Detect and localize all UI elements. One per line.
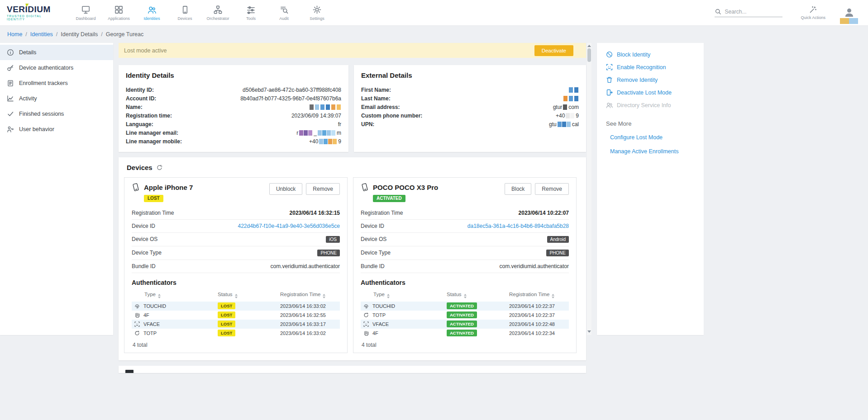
nav-item-tools[interactable]: Tools bbox=[234, 0, 267, 25]
field-first-name: First Name: bbox=[361, 85, 579, 94]
breadcrumb-identities[interactable]: Identities bbox=[30, 31, 53, 38]
remove-identity-action[interactable]: Remove Identity bbox=[606, 76, 697, 83]
last-name-redacted bbox=[563, 96, 579, 101]
column-header-registration-time[interactable]: Registration Time bbox=[506, 290, 569, 302]
veridium-logo[interactable]: VERIDIUM TRUSTED DIGITAL IDENTITY bbox=[7, 5, 60, 21]
authenticator-status-badge: LOST bbox=[218, 321, 235, 327]
sidebar-item-details[interactable]: Details bbox=[0, 45, 113, 60]
totp-icon bbox=[134, 330, 140, 336]
remove-device-button[interactable]: Remove bbox=[306, 183, 340, 195]
clipped-next-section bbox=[119, 366, 586, 373]
identity-details-title: Identity Details bbox=[126, 71, 341, 79]
trash-icon bbox=[606, 76, 613, 83]
line-manager-mobile-redacted: +40 9 bbox=[309, 138, 341, 145]
devices-section: Devices Apple iPhone 7 bbox=[119, 157, 586, 360]
external-details-title: External Details bbox=[361, 71, 579, 79]
phone-redacted: +40 9 bbox=[556, 113, 579, 119]
external-details-card: External Details First Name: Last Name: … bbox=[354, 65, 586, 152]
authenticators-title: Authenticators bbox=[361, 279, 569, 286]
nav-item-settings[interactable]: Settings bbox=[300, 0, 334, 25]
block-device-button[interactable]: Block bbox=[505, 183, 531, 195]
column-header-type[interactable]: Type bbox=[361, 290, 444, 302]
column-header-status[interactable]: Status bbox=[215, 290, 277, 302]
breadcrumb-identity-details: Identity Details bbox=[61, 31, 98, 38]
fingerprint-icon bbox=[363, 303, 369, 309]
authenticator-row: VFACE ACTIVATED 2023/06/14 10:22:48 bbox=[361, 320, 569, 329]
directory-people-icon bbox=[606, 102, 613, 109]
nav-item-orchestrator[interactable]: Orchestrator bbox=[201, 0, 234, 25]
quick-actions-button[interactable]: Quick Actions bbox=[801, 5, 825, 20]
column-header-registration-time[interactable]: Registration Time bbox=[277, 290, 340, 302]
device-id-link[interactable]: 422d4b67-f10e-41a9-9e40-3e56d036e5ce bbox=[238, 223, 340, 229]
sidebar-item-user-behavior[interactable]: User behavior bbox=[0, 122, 113, 137]
device-type-row: Device Type PHONE bbox=[361, 246, 569, 260]
orchestrator-icon bbox=[213, 5, 223, 14]
deactivate-lost-mode-button[interactable]: Deactivate bbox=[534, 45, 573, 56]
device-id-link[interactable]: da18ec5a-361a-4c16-b4b6-894cbafa5b28 bbox=[467, 223, 569, 229]
breadcrumb-home[interactable]: Home bbox=[7, 31, 22, 38]
sort-icon bbox=[387, 294, 390, 298]
email-redacted: gtur com bbox=[553, 104, 579, 110]
field-line-manager-email: Line manager email: r _ m bbox=[126, 128, 341, 137]
enable-recognition-action[interactable]: Enable Recognition bbox=[606, 64, 697, 71]
device-os-row: Device OS Android bbox=[361, 233, 569, 246]
breadcrumb-separator: / bbox=[25, 31, 27, 38]
authenticator-status-badge: ACTIVATED bbox=[447, 311, 477, 318]
activity-chart-icon bbox=[7, 95, 14, 102]
magic-wand-icon bbox=[809, 5, 817, 14]
authenticator-status-badge: LOST bbox=[218, 302, 235, 309]
device-card-poco-x3-pro: POCO POCO X3 Pro ACTIVATED Block Remove bbox=[353, 177, 577, 353]
authenticators-title: Authenticators bbox=[132, 279, 340, 286]
authenticator-row: TOTP LOST 2023/06/14 16:33:02 bbox=[132, 329, 340, 338]
device-name: POCO POCO X3 Pro bbox=[373, 184, 438, 191]
sidebar-item-finished-sessions[interactable]: Finished sessions bbox=[0, 106, 113, 122]
face-recognition-icon bbox=[606, 64, 613, 71]
left-sidebar: Details Device authenticators Enrollment… bbox=[0, 43, 113, 335]
column-header-status[interactable]: Status bbox=[444, 290, 506, 302]
column-header-type[interactable]: Type bbox=[132, 290, 215, 302]
search-input[interactable] bbox=[725, 9, 775, 15]
main-nav: Dashboard Applications Identities Device… bbox=[69, 0, 334, 25]
authenticators-table: Type Status Registration Time TOUCHID LO… bbox=[132, 290, 340, 338]
unblock-device-button[interactable]: Unblock bbox=[269, 183, 302, 195]
user-menu[interactable] bbox=[840, 7, 858, 24]
manage-active-enrollments-link[interactable]: Manage Active Enrollments bbox=[610, 148, 697, 155]
nav-item-audit[interactable]: Audit bbox=[267, 0, 300, 25]
settings-icon bbox=[312, 5, 322, 14]
device-type-row: Device Type PHONE bbox=[132, 246, 340, 260]
sidebar-item-device-authenticators[interactable]: Device authenticators bbox=[0, 60, 113, 76]
sidebar-item-enrollment-trackers[interactable]: Enrollment trackers bbox=[0, 76, 113, 91]
field-email-address: Email address: gtur com bbox=[361, 103, 579, 111]
see-more-heading: See More bbox=[606, 120, 697, 127]
hand-icon bbox=[134, 312, 140, 318]
remove-device-button[interactable]: Remove bbox=[535, 183, 569, 195]
user-name-redacted bbox=[840, 18, 858, 24]
search-icon[interactable] bbox=[715, 8, 721, 15]
tracker-clipboard-icon bbox=[7, 80, 14, 87]
nav-item-applications[interactable]: Applications bbox=[102, 0, 135, 25]
nav-item-dashboard[interactable]: Dashboard bbox=[69, 0, 102, 25]
detail-cards-row: Identity Details Identity ID: d506ebd7-a… bbox=[119, 65, 586, 152]
refresh-devices-icon[interactable] bbox=[157, 165, 162, 170]
scroll-down-arrow[interactable] bbox=[587, 330, 591, 333]
block-identity-action[interactable]: Block Identity bbox=[606, 51, 697, 58]
field-name: Name: bbox=[126, 103, 341, 111]
scrollbar-thumb[interactable] bbox=[587, 48, 591, 62]
block-icon bbox=[606, 51, 613, 58]
fingerprint-icon bbox=[134, 303, 140, 309]
scroll-up-arrow[interactable] bbox=[587, 45, 591, 47]
info-icon bbox=[7, 49, 14, 56]
configure-lost-mode-link[interactable]: Configure Lost Mode bbox=[610, 134, 697, 141]
devices-icon bbox=[180, 5, 190, 14]
field-last-name: Last Name: bbox=[361, 94, 579, 103]
main-scrollbar[interactable] bbox=[587, 43, 591, 335]
sidebar-item-label: Device authenticators bbox=[19, 65, 73, 71]
clipped-heading-fragment bbox=[125, 370, 134, 373]
authenticators-table: Type Status Registration Time TOUCHID AC… bbox=[361, 290, 569, 338]
logo-tagline: TRUSTED DIGITAL IDENTITY bbox=[7, 14, 60, 21]
sort-icon bbox=[323, 294, 325, 298]
nav-item-devices[interactable]: Devices bbox=[168, 0, 201, 25]
sidebar-item-activity[interactable]: Activity bbox=[0, 91, 113, 106]
nav-item-identities[interactable]: Identities bbox=[135, 0, 168, 25]
deactivate-lost-mode-action[interactable]: Deactivate Lost Mode bbox=[606, 89, 697, 96]
